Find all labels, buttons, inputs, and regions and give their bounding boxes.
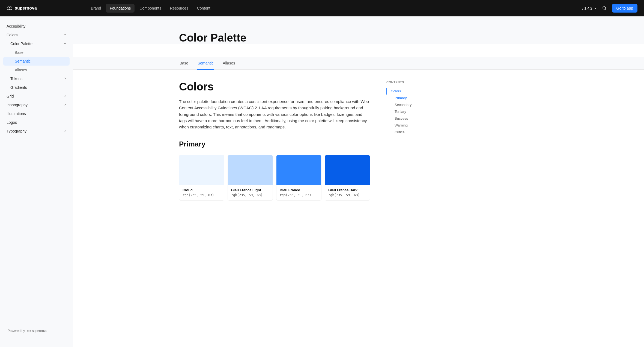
version-selector[interactable]: v 1.4.2: [582, 6, 597, 10]
sidebar-item-label: Semantic: [15, 59, 31, 63]
sidebar-item-label: Tokens: [10, 77, 22, 81]
sidebar-item-typography[interactable]: Typography: [3, 127, 70, 136]
tab-base[interactable]: Base: [179, 57, 189, 70]
chevron-right-icon: [64, 103, 66, 107]
sidebar-item-label: Accesibility: [7, 24, 25, 28]
toc-item-primary[interactable]: Primary: [386, 95, 436, 101]
section-heading: Colors: [179, 81, 370, 93]
main: Color Palette BaseSemanticAliases Colors…: [73, 16, 644, 347]
sidebar-item-logos[interactable]: Logos: [3, 118, 70, 127]
chevron-right-icon: [64, 95, 66, 98]
topnav: BrandFoundationsComponentsResourcesConte…: [87, 4, 214, 13]
topbar-right: v 1.4.2 Go to app: [582, 4, 637, 13]
sidebar-item-colors[interactable]: Colors: [3, 31, 70, 39]
powered-by: Powered by supernova: [3, 326, 70, 342]
chevron-right-icon: [64, 130, 66, 133]
toc-item-critical[interactable]: Critical: [386, 129, 436, 136]
sidebar-item-label: Iconography: [7, 103, 28, 107]
sidebar-item-label: Gradients: [10, 85, 27, 90]
swatch-value: rgb(235, 59, 63): [328, 193, 366, 197]
topbar: supernova BrandFoundationsComponentsReso…: [0, 0, 644, 16]
topnav-item-foundations[interactable]: Foundations: [106, 4, 135, 13]
swatch-name: Bleu France: [280, 188, 318, 192]
svg-point-2: [603, 7, 606, 9]
logo-text: supernova: [15, 6, 37, 11]
subsection-heading: Primary: [179, 140, 370, 148]
topnav-item-components[interactable]: Components: [136, 4, 165, 13]
swatch-color: [325, 155, 370, 185]
tab-aliases[interactable]: Aliases: [222, 57, 235, 70]
toc-title: CONTENTS: [386, 81, 436, 84]
swatch-name: Cloud: [183, 188, 221, 192]
swatch-meta: Bleu France Darkrgb(235, 59, 63): [325, 185, 370, 200]
chevron-down-icon: [64, 42, 66, 45]
page-header: Color Palette: [73, 16, 644, 44]
swatch-meta: Bleu Francergb(235, 59, 63): [276, 185, 321, 200]
logo-icon: [27, 329, 31, 333]
swatch-grid: Cloudrgb(235, 59, 63)Bleu France Lightrg…: [179, 155, 370, 201]
swatch-bleu-france-dark[interactable]: Bleu France Darkrgb(235, 59, 63): [325, 155, 370, 201]
sidebar-item-color-palette[interactable]: Color Palette: [3, 39, 70, 48]
sidebar-item-label: Aliases: [15, 68, 27, 72]
section-body: The color palette foundation creates a c…: [179, 98, 370, 130]
swatch-color: [228, 155, 273, 185]
sidebar-item-semantic[interactable]: Semantic: [3, 57, 70, 66]
toc: CONTENTS ColorsPrimarySecondaryTertiaryS…: [386, 81, 436, 201]
swatch-name: Bleu France Dark: [328, 188, 366, 192]
swatch-value: rgb(235, 59, 63): [231, 193, 269, 197]
topnav-item-content[interactable]: Content: [193, 4, 214, 13]
powered-by-logo[interactable]: supernova: [27, 329, 47, 333]
sidebar-item-tokens[interactable]: Tokens: [3, 74, 70, 83]
toc-item-success[interactable]: Success: [386, 115, 436, 122]
sidebar-item-accesibility[interactable]: Accesibility: [3, 22, 70, 31]
logo-icon: [7, 5, 13, 11]
tabs: BaseSemanticAliases: [73, 57, 644, 70]
toc-item-secondary[interactable]: Secondary: [386, 101, 436, 108]
sidebar-item-iconography[interactable]: Iconography: [3, 101, 70, 109]
version-label: v 1.4.2: [582, 6, 592, 10]
sidebar-item-label: Logos: [7, 120, 17, 125]
swatch-name: Bleu France Light: [231, 188, 269, 192]
swatch-meta: Cloudrgb(235, 59, 63): [179, 185, 224, 200]
search-icon[interactable]: [602, 6, 607, 10]
go-to-app-button[interactable]: Go to app: [612, 4, 638, 13]
tab-semantic[interactable]: Semantic: [197, 57, 214, 70]
sidebar-item-base[interactable]: Base: [3, 48, 70, 57]
toc-item-warning[interactable]: Warning: [386, 122, 436, 129]
content: Colors The color palette foundation crea…: [73, 70, 644, 217]
sidebar-item-label: Typography: [7, 129, 26, 133]
svg-point-4: [29, 330, 31, 332]
content-main: Colors The color palette foundation crea…: [179, 81, 370, 201]
powered-by-brand: supernova: [32, 329, 47, 333]
chevron-down-icon: [594, 7, 597, 10]
swatch-meta: Bleu France Lightrgb(235, 59, 63): [228, 185, 273, 200]
swatch-value: rgb(235, 59, 63): [280, 193, 318, 197]
sidebar-item-label: Grid: [7, 94, 14, 98]
sidebar-item-illustrations[interactable]: Illustrations: [3, 109, 70, 118]
sidebar-item-label: Colors: [7, 33, 17, 37]
toc-item-colors[interactable]: Colors: [386, 88, 436, 95]
powered-by-label: Powered by: [8, 329, 25, 333]
sidebar-item-label: Base: [15, 50, 23, 55]
toc-item-tertiary[interactable]: Tertiary: [386, 108, 436, 115]
sidebar-item-label: Color Palette: [10, 42, 32, 46]
sidebar-item-grid[interactable]: Grid: [3, 92, 70, 101]
svg-point-1: [9, 7, 12, 10]
topnav-item-brand[interactable]: Brand: [87, 4, 105, 13]
sidebar-item-aliases[interactable]: Aliases: [3, 66, 70, 74]
swatch-color: [179, 155, 224, 185]
sidebar-item-gradients[interactable]: Gradients: [3, 83, 70, 92]
sidebar-item-label: Illustrations: [7, 111, 26, 116]
swatch-color: [276, 155, 321, 185]
chevron-right-icon: [64, 77, 66, 80]
logo[interactable]: supernova: [7, 5, 37, 11]
swatch-bleu-france[interactable]: Bleu Francergb(235, 59, 63): [276, 155, 321, 201]
sidebar: AccesibilityColorsColor PaletteBaseSeman…: [0, 16, 73, 347]
chevron-down-icon: [64, 33, 66, 37]
topnav-item-resources[interactable]: Resources: [166, 4, 192, 13]
swatch-value: rgb(235, 59, 63): [183, 193, 221, 197]
swatch-bleu-france-light[interactable]: Bleu France Lightrgb(235, 59, 63): [228, 155, 273, 201]
page-title: Color Palette: [179, 32, 644, 44]
swatch-cloud[interactable]: Cloudrgb(235, 59, 63): [179, 155, 224, 201]
